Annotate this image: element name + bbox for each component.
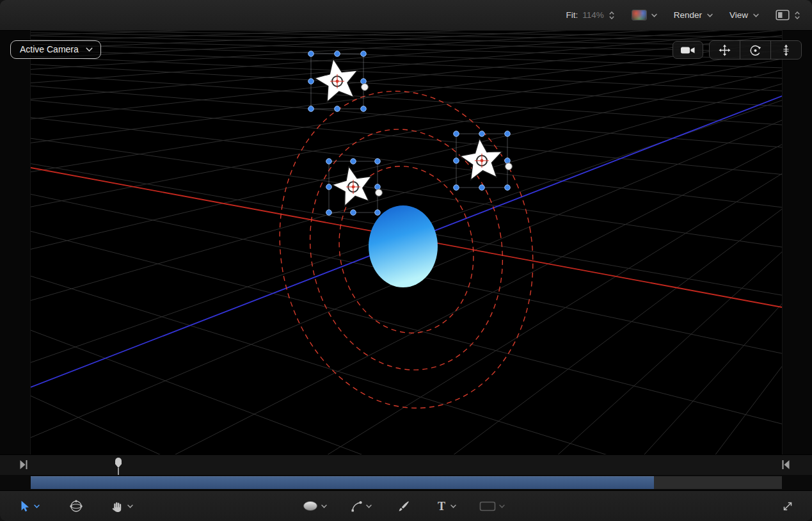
- bezier-icon: [350, 500, 363, 513]
- star-object-2[interactable]: [326, 159, 383, 216]
- selection-handle[interactable]: [361, 51, 367, 57]
- playhead[interactable]: [114, 456, 123, 476]
- selection-handle[interactable]: [454, 158, 459, 164]
- selection-handle[interactable]: [375, 184, 381, 190]
- selection-handle[interactable]: [335, 51, 340, 57]
- hand-tool-button[interactable]: [111, 500, 133, 513]
- chevron-down-icon: [651, 13, 657, 17]
- select-tool-button[interactable]: [18, 500, 40, 513]
- video-camera-icon: [680, 45, 696, 55]
- selection-handle[interactable]: [505, 158, 511, 164]
- dolly-camera-button[interactable]: [770, 41, 801, 59]
- selection-handle[interactable]: [308, 51, 314, 57]
- chevron-down-icon: [86, 47, 93, 52]
- selection-handle[interactable]: [308, 106, 314, 112]
- motion-window: Fit: 114% Render View: [0, 0, 812, 521]
- play-range-out-marker[interactable]: [781, 459, 790, 470]
- paintbrush-tool-button[interactable]: [397, 500, 410, 513]
- selection-handle[interactable]: [335, 106, 340, 112]
- selection-handle[interactable]: [351, 159, 356, 164]
- fit-label: Fit:: [566, 10, 578, 20]
- canvas-layout-control[interactable]: [776, 10, 800, 20]
- camera-view-label: Active Camera: [20, 44, 79, 54]
- text-tool-icon: T: [436, 500, 447, 513]
- chevron-down-icon[interactable]: [450, 504, 456, 508]
- expand-canvas-button[interactable]: [781, 500, 794, 513]
- selection-handle[interactable]: [375, 210, 381, 216]
- chevron-down-icon[interactable]: [127, 504, 133, 508]
- selection-handle[interactable]: [351, 210, 356, 216]
- top-toolbar: Fit: 114% Render View: [0, 0, 812, 31]
- render-menu-button[interactable]: Render: [674, 10, 713, 20]
- zoom-stepper-icon[interactable]: [609, 10, 615, 20]
- selection-handle[interactable]: [361, 79, 367, 84]
- hand-icon: [111, 500, 124, 513]
- canvas-scene[interactable]: [31, 31, 782, 454]
- chevron-down-icon[interactable]: [366, 504, 372, 508]
- text-tool-button[interactable]: T: [436, 500, 456, 513]
- star-object-1[interactable]: [308, 51, 369, 112]
- selection-handle[interactable]: [454, 185, 459, 191]
- timeline-track[interactable]: [0, 475, 812, 490]
- color-swatch-icon: [632, 10, 647, 20]
- adjust-handle[interactable]: [506, 163, 513, 170]
- text-tool-glyph: T: [438, 500, 445, 513]
- chevron-down-icon: [499, 504, 505, 508]
- placeholder-tool-button[interactable]: [479, 501, 505, 512]
- selection-handle[interactable]: [326, 210, 332, 216]
- adjust-handle[interactable]: [362, 84, 369, 91]
- selection-handle[interactable]: [479, 131, 485, 137]
- cursor-arrow-icon: [18, 500, 31, 513]
- selection-handle[interactable]: [375, 159, 381, 164]
- camera-move-tools: [709, 40, 802, 60]
- camera-tools: [673, 40, 802, 60]
- selection-handle[interactable]: [308, 79, 314, 84]
- timeline-remainder: [654, 476, 782, 489]
- placeholder-icon: [479, 501, 496, 512]
- chevron-down-icon: [753, 13, 759, 17]
- chevron-down-icon[interactable]: [321, 504, 327, 508]
- selection-handle[interactable]: [361, 106, 367, 112]
- render-label: Render: [674, 10, 702, 20]
- selection-handle[interactable]: [505, 185, 511, 191]
- camera-button[interactable]: [673, 41, 703, 59]
- oval-icon: [303, 501, 318, 511]
- chevron-down-icon: [707, 13, 713, 17]
- tools-toolbar: T: [0, 490, 812, 521]
- chevron-down-icon[interactable]: [34, 504, 40, 508]
- timeline-ruler[interactable]: [0, 454, 812, 475]
- selection-handle[interactable]: [454, 131, 459, 137]
- selection-handle[interactable]: [326, 184, 332, 190]
- selection-handle[interactable]: [326, 159, 332, 164]
- oval-tool-button[interactable]: [303, 501, 327, 511]
- timeline-bar[interactable]: [31, 476, 654, 489]
- pan-icon: [719, 44, 731, 56]
- layout-stepper-icon: [794, 10, 800, 20]
- dolly-icon: [780, 44, 792, 56]
- paintbrush-icon: [397, 500, 410, 513]
- play-range-in-marker[interactable]: [19, 459, 28, 470]
- pan-camera-button[interactable]: [710, 41, 740, 59]
- transform-3d-icon: [69, 499, 83, 513]
- expand-icon: [781, 500, 794, 513]
- sphere-object[interactable]: [369, 205, 438, 287]
- canvas-viewport[interactable]: Active Camera: [0, 31, 812, 454]
- orbit-camera-button[interactable]: [740, 41, 770, 59]
- selection-handle[interactable]: [505, 131, 511, 137]
- transform-3d-tool-button[interactable]: [69, 499, 83, 513]
- fit-value: 114%: [582, 10, 604, 20]
- star-object-3[interactable]: [454, 131, 513, 191]
- color-swatch-control[interactable]: [632, 10, 657, 20]
- bezier-tool-button[interactable]: [350, 500, 372, 513]
- selection-handle[interactable]: [479, 185, 485, 191]
- view-menu-button[interactable]: View: [729, 10, 759, 20]
- orbit-icon: [749, 44, 761, 56]
- fit-control[interactable]: Fit: 114%: [566, 10, 614, 20]
- camera-view-menu[interactable]: Active Camera: [10, 40, 101, 59]
- adjust-handle[interactable]: [376, 189, 383, 196]
- view-label: View: [729, 10, 748, 20]
- canvas-layout-icon: [776, 10, 790, 20]
